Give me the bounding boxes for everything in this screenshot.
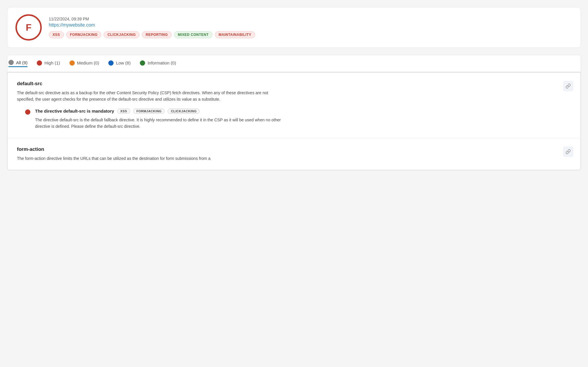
card-info: 11/22/2024, 09:39 PM https://mywebsite.c… bbox=[49, 17, 573, 38]
card-url[interactable]: https://mywebsite.com bbox=[49, 22, 573, 28]
header-card: F 11/22/2024, 09:39 PM https://mywebsite… bbox=[7, 7, 581, 48]
directive-block-form-action: form-action The form-action directive li… bbox=[8, 138, 580, 170]
filter-label-low: Low (8) bbox=[116, 60, 131, 65]
finding-block: The directive default-src is mandatory X… bbox=[17, 109, 571, 130]
card-timestamp: 11/22/2024, 09:39 PM bbox=[49, 17, 573, 21]
tag-mixed-content: MIXED CONTENT bbox=[174, 31, 213, 38]
filter-label-all: All (9) bbox=[16, 60, 27, 65]
filter-low[interactable]: Low (8) bbox=[108, 60, 131, 67]
tag-reporting: REPORTING bbox=[142, 31, 172, 38]
filter-information[interactable]: Information (0) bbox=[140, 60, 176, 67]
content-area: default-src The default-src directive ac… bbox=[7, 72, 581, 170]
tag-clickjacking: CLICKJACKING bbox=[104, 31, 140, 38]
filter-all[interactable]: All (9) bbox=[8, 60, 27, 67]
link-icon bbox=[566, 149, 571, 154]
filter-high[interactable]: High (1) bbox=[37, 60, 60, 67]
dot-high bbox=[37, 60, 42, 66]
finding-tag: CLICKJACKING bbox=[168, 109, 200, 114]
directive-title: form-action bbox=[17, 146, 571, 152]
tag-xss: XSS bbox=[49, 31, 64, 38]
grade-circle: F bbox=[15, 14, 42, 41]
filter-label-high: High (1) bbox=[44, 60, 60, 65]
finding-content: The directive default-src is mandatory X… bbox=[35, 109, 571, 130]
finding-desc: The directive default-src is the default… bbox=[35, 117, 286, 130]
filter-bar: All (9)High (1)Medium (0)Low (8)Informat… bbox=[7, 55, 581, 72]
link-button[interactable] bbox=[563, 81, 573, 91]
filter-medium[interactable]: Medium (0) bbox=[69, 60, 99, 67]
finding-title-row: The directive default-src is mandatory X… bbox=[35, 109, 571, 114]
tags-container: XSSFORMJACKINGCLICKJACKINGREPORTINGMIXED… bbox=[49, 31, 573, 38]
link-button[interactable] bbox=[563, 146, 573, 157]
directive-desc: The default-src directive acts as a back… bbox=[17, 90, 280, 103]
finding-title: The directive default-src is mandatory bbox=[35, 109, 114, 113]
main-content-wrapper: All (9)High (1)Medium (0)Low (8)Informat… bbox=[7, 55, 581, 170]
severity-dot-high bbox=[25, 109, 30, 115]
dot-information bbox=[140, 60, 145, 66]
tag-formjacking: FORMJACKING bbox=[66, 31, 102, 38]
grade-letter: F bbox=[26, 22, 32, 33]
directive-block-default-src: default-src The default-src directive ac… bbox=[8, 73, 580, 138]
finding-tag: XSS bbox=[117, 109, 130, 114]
finding-tag: FORMJACKING bbox=[133, 109, 165, 114]
dot-low bbox=[108, 60, 114, 66]
link-icon bbox=[566, 83, 571, 89]
tag-maintainability: MAINTAINABILITY bbox=[215, 31, 255, 38]
dot-medium bbox=[69, 60, 75, 66]
filter-label-medium: Medium (0) bbox=[77, 60, 99, 65]
filter-label-information: Information (0) bbox=[147, 60, 176, 65]
directive-desc: The form-action directive limits the URL… bbox=[17, 155, 280, 162]
dot-all bbox=[8, 60, 14, 65]
directive-title: default-src bbox=[17, 81, 571, 87]
